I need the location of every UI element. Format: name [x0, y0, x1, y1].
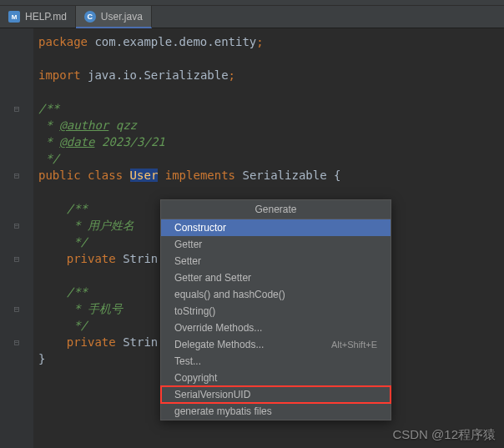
generate-item-generate-mybatis-files[interactable]: generate mybatis files	[161, 403, 391, 420]
fold-marker[interactable]: ⊟	[0, 250, 33, 267]
generate-item-equals-and-hashcode[interactable]: equals() and hashCode()	[161, 286, 391, 303]
generate-item-serialversionuid[interactable]: SerialVersionUID	[161, 386, 391, 403]
menu-item-label: Override Methods...	[174, 322, 262, 334]
type-string: Strin	[123, 252, 158, 265]
menu-item-label: toString()	[174, 305, 215, 317]
tab-label: User.java	[101, 11, 143, 23]
generate-item-tostring[interactable]: toString()	[161, 303, 391, 320]
menu-item-label: Getter and Setter	[174, 272, 251, 284]
fold-marker[interactable]: ⊟	[0, 334, 33, 350]
menu-item-label: SerialVersionUID	[174, 389, 250, 400]
menu-item-label: Getter	[174, 239, 202, 250]
java-class-icon: C	[84, 11, 96, 23]
generate-item-test[interactable]: Test...	[161, 353, 391, 370]
menu-item-label: Setter	[174, 255, 201, 267]
tab-help-md[interactable]: M HELP.md	[0, 6, 76, 28]
generate-item-getter[interactable]: Getter	[161, 236, 391, 253]
date-value: 2023/3/21	[94, 135, 164, 148]
author-value: qzz	[108, 118, 137, 132]
generate-popup: Generate ConstructorGetterSetterGetter a…	[160, 199, 391, 420]
keyword-class: class	[88, 169, 130, 182]
tab-user-java[interactable]: C User.java	[76, 6, 152, 28]
generate-item-copyright[interactable]: Copyright	[161, 370, 391, 386]
menu-item-label: generate mybatis files	[174, 405, 272, 417]
breadcrumb-bar	[0, 0, 504, 6]
menu-item-shortcut: Alt+Shift+E	[331, 340, 377, 350]
tab-bar: M HELP.md C User.java	[0, 6, 504, 28]
generate-item-override-methods[interactable]: Override Methods...	[161, 320, 391, 336]
generate-item-setter[interactable]: Setter	[161, 253, 391, 269]
doc-comment-open: /**	[38, 102, 59, 115]
menu-item-label: Delegate Methods...	[174, 339, 264, 350]
doc-comment-close: */	[38, 152, 59, 165]
menu-item-label: Test...	[174, 355, 201, 367]
tab-label: HELP.md	[25, 11, 67, 23]
import-path: java.io.Serializable	[88, 68, 229, 82]
fold-marker[interactable]: ⊟	[0, 300, 33, 317]
gutter: ⊟ ⊟ ⊟ ⊟ ⊟ ⊟	[0, 28, 33, 448]
keyword-package: package	[38, 35, 94, 48]
generate-item-getter-and-setter[interactable]: Getter and Setter	[161, 269, 391, 286]
popup-title: Generate	[161, 200, 391, 219]
fold-marker[interactable]: ⊟	[0, 217, 33, 234]
brace-close: }	[38, 352, 45, 365]
javadoc-date-tag: @date	[59, 135, 94, 148]
generate-item-constructor[interactable]: Constructor	[161, 219, 391, 236]
interface-name: Serializable	[242, 169, 326, 182]
fold-marker[interactable]: ⊟	[0, 100, 33, 117]
keyword-private: private	[67, 252, 123, 265]
menu-item-label: Copyright	[174, 372, 217, 384]
fold-marker[interactable]: ⊟	[0, 167, 33, 184]
keyword-public: public	[38, 169, 88, 182]
class-name-highlighted: User	[130, 169, 159, 182]
doc-phone: 手机号	[88, 302, 123, 315]
markdown-icon: M	[8, 11, 20, 23]
keyword-import: import	[38, 68, 88, 82]
menu-item-label: equals() and hashCode()	[174, 289, 285, 300]
generate-item-delegate-methods[interactable]: Delegate Methods...Alt+Shift+E	[161, 336, 391, 353]
package-path: com.example.demo.entity	[94, 35, 256, 48]
watermark: CSDN @12程序猿	[392, 427, 496, 443]
javadoc-author-tag: @author	[59, 118, 108, 132]
doc-username: 用户姓名	[88, 219, 134, 232]
menu-item-label: Constructor	[174, 222, 226, 234]
keyword-implements: implements	[158, 169, 242, 182]
